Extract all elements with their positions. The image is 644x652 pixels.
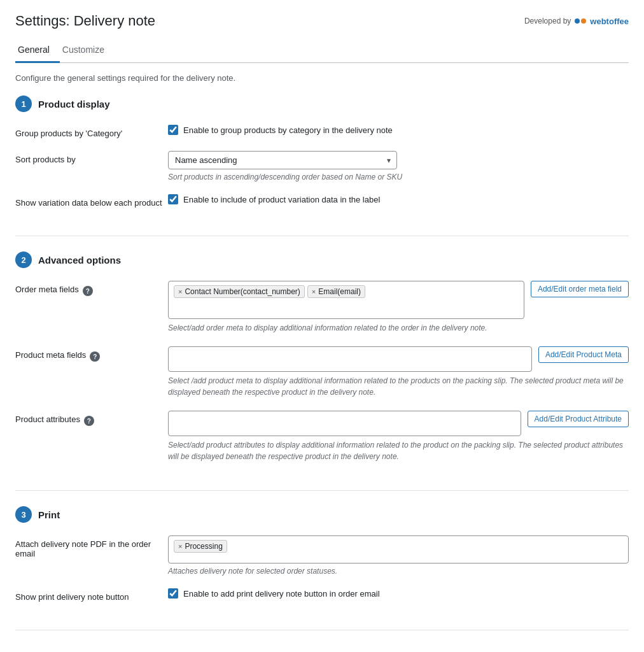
- field-control-sort-products: Name ascending Name descending SKU ascen…: [168, 151, 629, 181]
- tabs-nav: General Customize: [15, 39, 629, 63]
- checkbox-variation-data[interactable]: [168, 194, 178, 204]
- order-meta-tag-area[interactable]: × Contact Number(contact_number) × Email…: [168, 281, 524, 319]
- product-attributes-tag-area[interactable]: [168, 411, 521, 436]
- field-control-product-attributes: Add/Edit Product Attribute Select/add pr…: [168, 411, 629, 462]
- add-order-meta-button[interactable]: Add/Edit order meta field: [531, 281, 629, 297]
- help-icon-order-meta[interactable]: ?: [83, 286, 93, 296]
- checkbox-print-button-label[interactable]: Enable to add print delivery note button…: [168, 588, 629, 599]
- field-label-product-attributes: Product attributes ?: [15, 411, 168, 426]
- field-order-meta: Order meta fields ? × Contact Number(con…: [15, 281, 629, 334]
- field-product-attributes: Product attributes ? Add/Edit Product At…: [15, 411, 629, 462]
- field-label-attach-pdf: Attach delivery note PDF in the order em…: [15, 535, 168, 558]
- field-control-variation-data: Enable to include of product variation d…: [168, 194, 629, 204]
- field-group-products: Group products by 'Category' Enable to g…: [15, 125, 629, 138]
- section-print-header: 3 Print: [15, 506, 629, 523]
- field-control-product-meta: Add/Edit Product Meta Select /add produc…: [168, 346, 629, 398]
- attach-pdf-tag-area[interactable]: × Processing: [168, 535, 629, 563]
- field-control-group-products: Enable to group products by category in …: [168, 125, 629, 135]
- tag-email-remove-icon[interactable]: ×: [312, 288, 316, 295]
- add-product-attribute-button[interactable]: Add/Edit Product Attribute: [528, 411, 629, 427]
- field-label-product-meta: Product meta fields ?: [15, 346, 168, 362]
- dot-orange-icon: [581, 18, 586, 24]
- help-icon-product-attributes[interactable]: ?: [84, 416, 94, 426]
- sort-products-select-wrapper: Name ascending Name descending SKU ascen…: [168, 151, 397, 169]
- tag-email-label: Email(email): [318, 287, 361, 296]
- field-show-print-button: Show print delivery note button Enable t…: [15, 588, 629, 602]
- page-description: Configure the general settings required …: [15, 73, 629, 83]
- page-title: Settings: Delivery note: [15, 13, 155, 29]
- brand-logo: Developed by webtoffee: [524, 17, 629, 26]
- tag-contact-label: Contact Number(contact_number): [185, 287, 300, 296]
- page-wrapper: Settings: Delivery note Developed by web…: [0, 0, 644, 652]
- section-product-display: 1 Product display Group products by 'Cat…: [15, 96, 629, 236]
- field-label-show-print-button: Show print delivery note button: [15, 588, 168, 602]
- checkbox-print-button[interactable]: [168, 588, 178, 599]
- section-product-display-header: 1 Product display: [15, 96, 629, 112]
- brand-name: webtoffee: [590, 17, 629, 26]
- tag-processing-label: Processing: [185, 542, 222, 551]
- checkbox-group-products-text: Enable to group products by category in …: [183, 125, 393, 135]
- product-meta-description: Select /add product meta to display addi…: [168, 375, 629, 398]
- tag-email: × Email(email): [307, 285, 365, 298]
- brand-dots: [575, 18, 586, 24]
- field-label-variation-data: Show variation data below each product: [15, 194, 168, 208]
- product-meta-input-group: Add/Edit Product Meta: [168, 346, 629, 372]
- product-meta-tag-area[interactable]: [168, 346, 532, 372]
- product-attributes-input-group: Add/Edit Product Attribute: [168, 411, 629, 436]
- field-label-sort-products: Sort products by: [15, 151, 168, 164]
- tab-general[interactable]: General: [15, 39, 60, 63]
- section-number-3: 3: [15, 506, 32, 523]
- section-number-1: 1: [15, 96, 32, 112]
- field-control-attach-pdf: × Processing Attaches delivery note for …: [168, 535, 629, 576]
- field-attach-pdf: Attach delivery note PDF in the order em…: [15, 535, 629, 576]
- dot-blue-icon: [575, 18, 580, 24]
- checkbox-group-products-label[interactable]: Enable to group products by category in …: [168, 125, 629, 135]
- tab-customize[interactable]: Customize: [60, 39, 115, 63]
- page-header: Settings: Delivery note Developed by web…: [15, 13, 629, 29]
- section-title-product-display: Product display: [38, 99, 110, 110]
- field-control-order-meta: × Contact Number(contact_number) × Email…: [168, 281, 629, 334]
- field-control-show-print-button: Enable to add print delivery note button…: [168, 588, 629, 599]
- section-title-print: Print: [38, 509, 60, 520]
- help-icon-product-meta[interactable]: ?: [90, 351, 100, 362]
- section-number-2: 2: [15, 252, 32, 268]
- tag-processing: × Processing: [174, 540, 227, 553]
- tag-contact-remove-icon[interactable]: ×: [178, 288, 182, 295]
- tag-processing-remove-icon[interactable]: ×: [178, 542, 182, 550]
- add-product-meta-button[interactable]: Add/Edit Product Meta: [538, 346, 629, 363]
- field-label-group-products: Group products by 'Category': [15, 125, 168, 138]
- section-title-advanced: Advanced options: [38, 255, 121, 266]
- order-meta-description: Select/add order meta to display additio…: [168, 322, 629, 334]
- section-print: 3 Print Attach delivery note PDF in the …: [15, 506, 629, 630]
- checkbox-group-products[interactable]: [168, 125, 178, 135]
- field-product-meta: Product meta fields ? Add/Edit Product M…: [15, 346, 629, 398]
- product-attributes-description: Select/add product attributes to display…: [168, 439, 629, 462]
- checkbox-variation-label[interactable]: Enable to include of product variation d…: [168, 194, 629, 204]
- checkbox-variation-text: Enable to include of product variation d…: [183, 195, 380, 204]
- checkbox-print-button-text: Enable to add print delivery note button…: [183, 589, 380, 599]
- field-variation-data: Show variation data below each product E…: [15, 194, 629, 208]
- brand-prefix: Developed by: [524, 17, 571, 25]
- attach-pdf-hint: Attaches delivery note for selected orde…: [168, 567, 629, 576]
- sort-products-select[interactable]: Name ascending Name descending SKU ascen…: [168, 151, 397, 169]
- section-advanced-options: 2 Advanced options Order meta fields ? ×…: [15, 252, 629, 491]
- sort-products-hint: Sort products in ascending/descending or…: [168, 173, 629, 181]
- section-advanced-header: 2 Advanced options: [15, 252, 629, 268]
- order-meta-input-group: × Contact Number(contact_number) × Email…: [168, 281, 629, 319]
- field-sort-products: Sort products by Name ascending Name des…: [15, 151, 629, 181]
- tag-contact-number: × Contact Number(contact_number): [174, 285, 305, 298]
- field-label-order-meta: Order meta fields ?: [15, 281, 168, 296]
